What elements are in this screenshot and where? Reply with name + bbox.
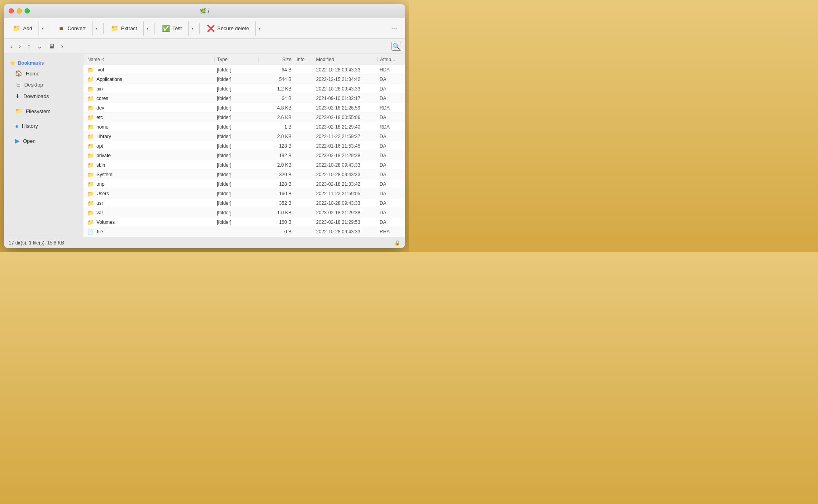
table-row[interactable]: 📁 .vol [folder] 64 B 2022-10-28 09:43:33…	[83, 65, 405, 75]
sidebar-item-downloads[interactable]: ⬇ Downloads	[6, 90, 81, 102]
up-button[interactable]: ↑	[25, 42, 33, 51]
minimize-button[interactable]	[17, 8, 22, 13]
statusbar: 17 dir(s), 1 file(s), 15.8 KB 🔒	[4, 237, 405, 248]
cell-size: 2.0 KB	[258, 134, 294, 139]
table-row[interactable]: 📁 System [folder] 320 B 2022-10-28 09:43…	[83, 170, 405, 179]
table-row[interactable]: 📁 Applications [folder] 544 B 2022-12-15…	[83, 75, 405, 84]
sidebar-item-filesystem[interactable]: 📁 Filesystem	[6, 106, 81, 117]
cell-name: 📁 cores	[83, 95, 214, 102]
lock-icon: 🔒	[394, 240, 400, 246]
cell-type: [folder]	[214, 86, 258, 92]
table-row[interactable]: 📁 dev [folder] 4.8 KB 2023-02-18 21:26:5…	[83, 103, 405, 113]
file-name: sbin	[96, 162, 105, 168]
test-button[interactable]: ✅ Test	[158, 21, 186, 36]
cell-name: 📁 Volumes	[83, 219, 214, 225]
file-name: bin	[96, 86, 103, 92]
cell-modified: 2023-02-18 21:33:42	[314, 181, 377, 187]
cell-modified: 2023-02-18 21:29:40	[314, 124, 377, 130]
add-icon: 📁	[13, 25, 21, 33]
folder-icon: 📁	[87, 152, 94, 159]
cell-modified: 2023-02-18 00:55:06	[314, 115, 377, 120]
forward-button[interactable]: ›	[16, 42, 23, 51]
table-row[interactable]: 📁 bin [folder] 1.2 KB 2022-10-28 09:43:3…	[83, 84, 405, 94]
open-icon: ▶	[15, 137, 20, 144]
table-row[interactable]: 📁 Library [folder] 2.0 KB 2022-11-22 21:…	[83, 132, 405, 141]
sidebar-item-history[interactable]: ● History	[6, 121, 81, 131]
add-dropdown[interactable]: ▾	[39, 21, 46, 36]
folder-icon: 📁	[87, 219, 94, 225]
sidebar-item-desktop[interactable]: 🖥 Desktop	[6, 79, 81, 90]
folder-icon: 📁	[87, 143, 94, 149]
maximize-button[interactable]	[25, 8, 30, 13]
cell-attrib: DA	[377, 200, 405, 206]
cell-type: [folder]	[214, 77, 258, 82]
table-row[interactable]: 📁 etc [folder] 2.6 KB 2023-02-18 00:55:0…	[83, 113, 405, 122]
add-button[interactable]: 📁 Add	[9, 21, 36, 36]
table-row[interactable]: 📁 Users [folder] 160 B 2022-11-22 21:59:…	[83, 189, 405, 198]
table-row[interactable]: 📁 var [folder] 1.0 KB 2023-02-18 21:29:3…	[83, 208, 405, 217]
file-name: Users	[96, 191, 109, 196]
cell-attrib: HDA	[377, 67, 405, 73]
cell-modified: 2023-02-18 21:29:38	[314, 210, 377, 215]
sidebar-divider-1	[4, 102, 83, 105]
file-list: Name < Type Size Info Modified Attrib...…	[83, 54, 405, 237]
cell-attrib: DA	[377, 191, 405, 196]
cell-modified: 2022-11-22 21:59:05	[314, 191, 377, 196]
file-name: home	[96, 124, 108, 130]
cell-name: 📁 usr	[83, 200, 214, 206]
cell-size: 64 B	[258, 67, 294, 73]
cell-size: 0 B	[258, 229, 294, 235]
cell-name: 📁 opt	[83, 143, 214, 149]
table-row[interactable]: 📁 cores [folder] 64 B 2021-09-10 01:32:1…	[83, 94, 405, 103]
extract-dropdown[interactable]: ▾	[143, 21, 151, 36]
sidebar-item-open-label: Open	[23, 138, 36, 144]
secure-delete-dropdown[interactable]: ▾	[255, 21, 263, 36]
table-row[interactable]: 📁 private [folder] 192 B 2023-02-18 21:2…	[83, 151, 405, 160]
cell-size: 1.0 KB	[258, 210, 294, 215]
convert-dropdown[interactable]: ▾	[92, 21, 100, 36]
cell-name: 📄 .file	[83, 229, 214, 235]
sidebar-item-home[interactable]: 🏠 Home	[6, 68, 81, 79]
separator-2	[103, 23, 104, 34]
table-row[interactable]: 📁 usr [folder] 352 B 2022-10-28 09:43:33…	[83, 198, 405, 208]
cell-name: 📁 private	[83, 152, 214, 159]
cell-size: 2.0 KB	[258, 162, 294, 168]
cell-type: [folder]	[214, 172, 258, 177]
sidebar: ⭐ Bookmarks 🏠 Home 🖥 Desktop ⬇ Downloads…	[4, 54, 83, 237]
cell-modified: 2023-02-18 21:26:59	[314, 105, 377, 111]
more-button[interactable]: ···	[388, 22, 400, 35]
cell-type: [folder]	[214, 219, 258, 225]
file-icon: 📄	[87, 229, 93, 235]
file-rows-container: 📁 .vol [folder] 64 B 2022-10-28 09:43:33…	[83, 65, 405, 237]
table-row[interactable]: 📁 home [folder] 1 B 2023-02-18 21:29:40 …	[83, 122, 405, 132]
test-dropdown[interactable]: ▾	[188, 21, 196, 36]
sidebar-item-downloads-label: Downloads	[23, 93, 49, 99]
file-list-header: Name < Type Size Info Modified Attrib...…	[83, 54, 405, 65]
convert-button[interactable]: ■ Convert	[53, 21, 90, 36]
table-row[interactable]: 📁 opt [folder] 128 B 2022-01-16 11:53:45…	[83, 141, 405, 151]
title-text: /	[208, 8, 210, 14]
computer-nav-button[interactable]: 🖥	[46, 42, 57, 51]
table-row[interactable]: 📄 .file 0 B 2022-10-28 09:43:33 RHA	[83, 227, 405, 237]
back-button[interactable]: ‹	[8, 42, 15, 51]
cell-attrib: DA	[377, 162, 405, 168]
table-row[interactable]: 📁 sbin [folder] 2.0 KB 2022-10-28 09:43:…	[83, 160, 405, 170]
desktop-icon: 🖥	[15, 81, 21, 88]
next-nav-button[interactable]: ›	[59, 42, 66, 51]
folder-icon: 📁	[87, 114, 94, 121]
folder-icon: 📁	[87, 95, 94, 102]
bookmarks-header: ⭐ Bookmarks	[4, 58, 83, 67]
dropdown-nav-button[interactable]: ⌄	[35, 41, 44, 51]
extract-button[interactable]: 📁 Extract	[107, 21, 141, 36]
sidebar-item-open[interactable]: ▶ Open	[6, 135, 81, 146]
home-icon: 🏠	[15, 70, 23, 77]
cell-name: 📁 var	[83, 210, 214, 216]
table-row[interactable]: 📁 Volumes [folder] 160 B 2023-02-18 21:2…	[83, 217, 405, 227]
table-row[interactable]: 📁 tmp [folder] 128 B 2023-02-18 21:33:42…	[83, 179, 405, 189]
cell-modified: 2022-12-15 21:34:42	[314, 77, 377, 82]
secure-delete-button[interactable]: ❌ Secure delete	[203, 21, 253, 36]
column-name[interactable]: Name <	[83, 57, 214, 62]
cell-attrib: DA	[377, 77, 405, 82]
close-button[interactable]	[9, 8, 14, 13]
search-button[interactable]: 🔍	[392, 42, 401, 51]
